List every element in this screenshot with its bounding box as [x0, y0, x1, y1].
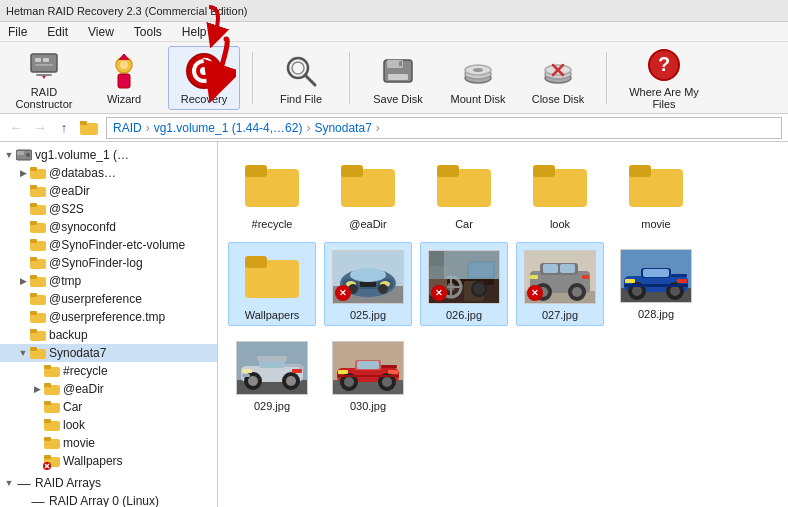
folder-icon-car — [44, 399, 60, 415]
svg-point-96 — [378, 284, 388, 294]
recovery-button[interactable]: Recovery — [168, 46, 240, 110]
menu-edit[interactable]: Edit — [43, 24, 72, 40]
tree-item-look[interactable]: look — [0, 416, 217, 434]
file-label-wallpapers: Wallpapers — [245, 309, 300, 321]
svg-rect-135 — [677, 279, 687, 283]
tree-label-eaDir2: @eaDir — [63, 382, 104, 396]
file-label-025: 025.jpg — [350, 309, 386, 321]
save-disk-button[interactable]: Save Disk — [362, 46, 434, 110]
tree-item-raid0[interactable]: — RAID Array 0 (Linux) — [0, 492, 217, 507]
back-button[interactable]: ← — [6, 118, 26, 138]
hdd-icon-raid-arrays: — — [16, 475, 32, 491]
file-item-027[interactable]: ✕ 027.jpg — [516, 242, 604, 326]
toolbar-sep-3 — [606, 52, 607, 104]
tree-item-car[interactable]: Car — [0, 398, 217, 416]
file-item-wallpapers[interactable]: Wallpapers — [228, 242, 316, 326]
tree-toggle-synodata7: ▼ — [16, 348, 30, 358]
find-file-button[interactable]: Find File — [265, 46, 337, 110]
svg-point-15 — [292, 62, 304, 74]
file-item-025[interactable]: ✕ 025.jpg — [324, 242, 412, 326]
folder-icon-userpref — [30, 291, 46, 307]
svg-rect-65 — [44, 401, 51, 405]
breadcrumb-volume[interactable]: vg1.volume_1 (1.44-4,…62) — [154, 121, 303, 135]
file-item-car[interactable]: Car — [420, 152, 508, 234]
file-label-movie: movie — [641, 218, 670, 230]
tree-item-raid-arrays[interactable]: ▼ — RAID Arrays — [0, 474, 217, 492]
menu-file[interactable]: File — [4, 24, 31, 40]
breadcrumb-raid[interactable]: RAID — [113, 121, 142, 135]
svg-rect-39 — [30, 167, 37, 171]
file-item-028[interactable]: 028.jpg — [612, 242, 700, 326]
tree-label-car: Car — [63, 400, 82, 414]
photo-025: ✕ — [332, 250, 404, 304]
svg-point-11 — [200, 67, 208, 75]
tree-item-s2s[interactable]: @S2S — [0, 200, 217, 218]
svg-rect-34 — [80, 121, 87, 125]
tree-item-eaDir2[interactable]: ▶ @eaDir — [0, 380, 217, 398]
menu-view[interactable]: View — [84, 24, 118, 40]
folder-icon-eaDir2 — [44, 381, 60, 397]
svg-rect-86 — [245, 256, 267, 268]
tree-item-vg1[interactable]: ▼ vg1.volume_1 (… — [0, 146, 217, 164]
menu-help[interactable]: Help — [178, 24, 211, 40]
where-are-my-files-button[interactable]: ? Where Are My Files — [619, 46, 709, 110]
tree-item-eaDir[interactable]: @eaDir — [0, 182, 217, 200]
file-item-movie[interactable]: movie — [612, 152, 700, 234]
svg-rect-136 — [671, 274, 687, 277]
tree-item-userpref-tmp[interactable]: @userpreference.tmp — [0, 308, 217, 326]
tree-item-synodata7[interactable]: ▼ Synodata7 — [0, 344, 217, 362]
svg-rect-137 — [624, 284, 688, 287]
tree-item-recycle[interactable]: #recycle — [0, 362, 217, 380]
svg-point-160 — [382, 377, 392, 387]
tree-item-tmp[interactable]: ▶ @tmp — [0, 272, 217, 290]
folder-icon-recycle — [44, 363, 60, 379]
svg-rect-41 — [30, 185, 37, 189]
file-icon-recycle — [236, 156, 308, 216]
tree-item-synofinder-log[interactable]: @SynoFinder-log — [0, 254, 217, 272]
menu-tools[interactable]: Tools — [130, 24, 166, 40]
svg-rect-162 — [388, 370, 398, 374]
svg-rect-53 — [30, 293, 37, 297]
file-item-look[interactable]: look — [516, 152, 604, 234]
raid-constructor-button[interactable]: RAID Constructor — [8, 46, 80, 110]
file-icon-028 — [620, 246, 692, 306]
svg-rect-118 — [560, 264, 575, 273]
wizard-button[interactable]: Wizard — [88, 46, 160, 110]
tree-item-movie[interactable]: movie — [0, 434, 217, 452]
folder-icon-synofinder-etc — [30, 237, 46, 253]
tree-label-synofinder-log: @SynoFinder-log — [49, 256, 143, 270]
tree-label-eaDir: @eaDir — [49, 184, 90, 198]
close-disk-button[interactable]: Close Disk — [522, 46, 594, 110]
deleted-marker-026: ✕ — [431, 285, 447, 301]
breadcrumb-synodata7[interactable]: Synodata7 — [314, 121, 371, 135]
svg-rect-0 — [31, 54, 57, 72]
file-item-030[interactable]: 030.jpg — [324, 334, 412, 416]
main-area: ▼ vg1.volume_1 (… ▶ @databas… — [0, 142, 788, 507]
svg-rect-80 — [437, 165, 459, 177]
svg-rect-3 — [35, 64, 53, 66]
tree-label-vg1: vg1.volume_1 (… — [35, 148, 129, 162]
file-item-029[interactable]: 029.jpg — [228, 334, 316, 416]
svg-rect-82 — [533, 165, 555, 177]
tree-item-backup[interactable]: backup — [0, 326, 217, 344]
file-item-026[interactable]: ✕ 026.jpg — [420, 242, 508, 326]
tree-item-userpref[interactable]: @userpreference — [0, 290, 217, 308]
file-item-eaDir[interactable]: @eaDir — [324, 152, 412, 234]
tree-item-database[interactable]: ▶ @databas… — [0, 164, 217, 182]
tree-label-tmp: @tmp — [49, 274, 81, 288]
forward-button[interactable]: → — [30, 118, 50, 138]
file-item-recycle[interactable]: #recycle — [228, 152, 316, 234]
tree-item-synofinder-etc[interactable]: @SynoFinder-etc-volume — [0, 236, 217, 254]
raid-constructor-label: RAID Constructor — [12, 86, 76, 110]
svg-text:?: ? — [658, 53, 670, 75]
svg-rect-151 — [285, 364, 301, 367]
tree-item-wallpapers[interactable]: Wallpapers — [0, 452, 217, 470]
svg-point-109 — [473, 283, 485, 295]
up-button[interactable]: ↑ — [54, 118, 74, 138]
mount-disk-button[interactable]: Mount Disk — [442, 46, 514, 110]
hdd-icon-raid0: — — [30, 493, 46, 507]
svg-line-16 — [305, 75, 315, 85]
where-are-my-files-label: Where Are My Files — [623, 86, 705, 110]
svg-rect-47 — [30, 239, 37, 243]
tree-item-synoconfd[interactable]: @synoconfd — [0, 218, 217, 236]
